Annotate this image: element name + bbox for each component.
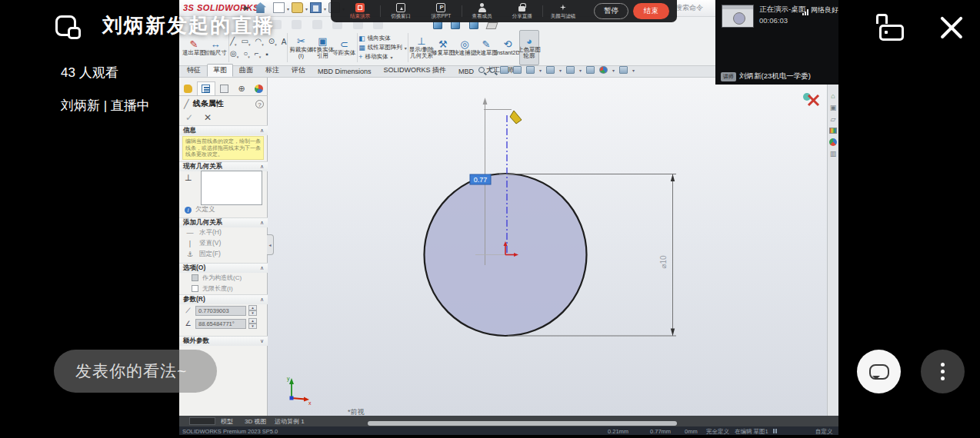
tab-model[interactable]: 模型	[221, 417, 233, 426]
zoom-fit-icon[interactable]	[478, 67, 485, 73]
display-style-icon[interactable]	[546, 66, 555, 74]
panel-splitter-handle[interactable]: ◂	[267, 234, 274, 255]
quick-snaps-button[interactable]: ◎ 快速捕捉	[455, 30, 475, 65]
tab-configurations[interactable]	[215, 81, 233, 95]
tab-dimensions[interactable]: ⊕	[233, 81, 251, 95]
home-icon[interactable]	[255, 2, 266, 13]
display-relations-button[interactable]: ⊥ 显示/删除几何关系	[412, 30, 432, 65]
new-document-icon[interactable]: ▾	[273, 2, 285, 13]
length-stepper[interactable]: ▲▼	[248, 305, 257, 316]
view-orientation-icon[interactable]	[526, 66, 535, 74]
view-members-button[interactable]: 查看成员	[462, 3, 502, 20]
tab-propertymanager[interactable]	[197, 81, 216, 95]
relation-horizontal[interactable]: —水平(H)	[185, 228, 222, 237]
linear-pattern-button[interactable]: ▦ 线性草图阵列 ▾	[358, 44, 407, 51]
end-share-button[interactable]: 结束	[633, 3, 669, 19]
section-parameters[interactable]: 参数(R)∧	[179, 294, 268, 304]
move-entities-button[interactable]: + 移动实体 ▾	[358, 53, 407, 61]
share-live-icon	[518, 3, 527, 12]
horizontal-scrollbar[interactable]	[368, 421, 677, 426]
construction-checkbox[interactable]	[192, 274, 198, 281]
hide-show-items-icon[interactable]	[566, 66, 575, 74]
edit-appearance-icon[interactable]	[586, 66, 595, 74]
fillet-tool-icon[interactable]: ⌐▾	[255, 49, 261, 59]
more-options-button[interactable]	[921, 350, 965, 393]
home-icon[interactable]: ⌂	[831, 93, 835, 100]
offset-entities-button[interactable]: ⊂ 等距实体	[334, 30, 354, 65]
tab-evaluate[interactable]: 评估	[285, 64, 312, 77]
ellipse-tool-icon[interactable]: ○▾	[243, 49, 250, 59]
save-icon[interactable]: ▾	[310, 2, 322, 13]
tab-addins[interactable]: SOLIDWORKS 插件	[378, 64, 453, 77]
tab-motion-study[interactable]: 运动算例 1	[275, 417, 305, 426]
dimxpert-icon	[184, 85, 192, 93]
slot-tool-icon[interactable]: ◎▾	[230, 49, 238, 59]
zoom-area-icon[interactable]	[489, 67, 495, 73]
ok-button[interactable]: ✓	[185, 112, 193, 123]
customize-menu[interactable]: 自定义	[815, 428, 833, 436]
section-options[interactable]: 选项(O)∧	[179, 263, 268, 273]
desktop-preview-thumbnail[interactable]	[722, 5, 754, 28]
section-view-icon[interactable]	[513, 66, 522, 74]
design-library-icon[interactable]: ▣	[830, 105, 837, 111]
tab-mbd-dimensions[interactable]: MBD Dimensions	[312, 66, 378, 77]
comment-input[interactable]: 发表你的看法~	[54, 350, 217, 393]
text-tool-icon[interactable]: A	[282, 38, 287, 46]
file-explorer-icon[interactable]: ▱	[831, 116, 836, 123]
rapid-sketch-button[interactable]: ✎ 快速草图	[476, 30, 496, 65]
tab-mbd[interactable]: MBD	[452, 66, 480, 77]
graphics-viewport[interactable]: 0.77 ⌀10	[268, 78, 827, 416]
section-extra-parameters[interactable]: 额外参数∨	[179, 336, 268, 346]
convert-entities-button[interactable]: ▣ 转换实体引用	[312, 30, 332, 65]
length-input[interactable]: 0.77039003	[195, 306, 246, 316]
present-ppt-button[interactable]: 演示PPT	[421, 3, 461, 20]
trim-entities-button[interactable]: ✂ 剪裁实体(I)	[291, 30, 311, 65]
diameter-dim-label[interactable]: ⌀10	[659, 255, 668, 269]
help-icon[interactable]: ?	[255, 100, 264, 108]
view-settings-icon[interactable]	[619, 66, 628, 74]
rotation-lock-icon[interactable]	[875, 13, 909, 44]
tab-appearance[interactable]	[250, 81, 268, 95]
cancel-button[interactable]: ✕	[204, 112, 212, 123]
instant2d-button[interactable]: ⟲ Instant2D	[498, 30, 518, 65]
mirror-entities-button[interactable]: ◧ 镜向实体	[358, 35, 407, 42]
angle-input[interactable]: 88.65484771°	[195, 319, 246, 329]
close-button[interactable]	[937, 15, 965, 41]
repair-sketch-button[interactable]: ⚒ 修复草图	[433, 30, 453, 65]
previous-view-icon[interactable]	[500, 66, 508, 74]
menu-expand-arrow[interactable]: ▶	[244, 4, 249, 12]
angle-stepper[interactable]: ▲▼	[248, 318, 257, 329]
infinite-length-checkbox[interactable]	[192, 285, 198, 292]
scenes-icon[interactable]	[829, 138, 837, 146]
existing-relations-listbox[interactable]	[201, 171, 262, 205]
end-presentation-button[interactable]: 结束演示	[340, 3, 380, 20]
screen-cast-icon[interactable]	[55, 13, 86, 42]
apply-scene-icon[interactable]	[599, 66, 608, 74]
point-tool-icon[interactable]: ▪	[265, 50, 268, 58]
open-document-icon[interactable]: ▾	[292, 2, 303, 13]
chat-button[interactable]	[857, 350, 901, 393]
selected-document-tab[interactable]	[189, 417, 215, 425]
beauty-filter-button[interactable]: 美颜与滤镜	[543, 3, 583, 20]
pause-share-button[interactable]: 暂停	[594, 3, 628, 19]
relation-vertical[interactable]: |竖直(V)	[185, 239, 221, 248]
shaded-sketch-contours-button[interactable]: ◕ 上色草图轮廓	[519, 30, 539, 65]
tab-dimxpert[interactable]	[179, 81, 197, 95]
tab-annotate[interactable]: 标注	[259, 64, 285, 77]
tab-3d-views[interactable]: 3D 视图	[245, 417, 266, 426]
custom-properties-icon[interactable]: ▥	[830, 151, 837, 158]
switch-window-button[interactable]: 切换窗口	[381, 3, 421, 20]
section-info[interactable]: 信息∧	[179, 125, 268, 135]
eraser-icon[interactable]	[486, 22, 498, 29]
tab-surfaces[interactable]: 曲面	[233, 64, 259, 77]
appearances-palette-icon[interactable]	[829, 128, 837, 134]
more-dots-icon	[941, 363, 945, 367]
option-construction-line[interactable]: 作为构造线(C)	[192, 274, 242, 282]
tab-features[interactable]: 特征	[181, 64, 207, 77]
relation-fix[interactable]: ⚓固定(F)	[185, 250, 221, 259]
section-add-relations[interactable]: 添加几何关系∧	[179, 217, 268, 227]
command-search-hint[interactable]: 搜索命令	[675, 3, 703, 13]
share-live-button[interactable]: 分享直播	[502, 3, 542, 20]
tab-sketch[interactable]: 草图	[207, 64, 233, 77]
option-infinite-length[interactable]: 无限长度(I)	[192, 284, 233, 293]
